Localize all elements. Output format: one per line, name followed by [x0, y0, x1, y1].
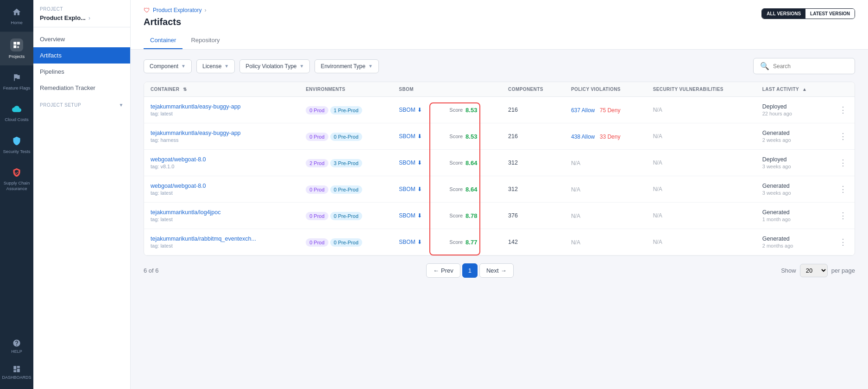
project-name: Product Explo...: [40, 14, 86, 21]
shield-breadcrumb-icon: 🛡: [144, 6, 150, 14]
section-chevron-icon: ▼: [119, 102, 124, 108]
container-cell: webgoat/webgoat-8.0 tag: latest: [144, 176, 299, 203]
sbom-cell: SBOM ⬇: [392, 203, 443, 229]
project-name-row[interactable]: Product Explo... ›: [40, 14, 124, 21]
nav-item-cloud-costs[interactable]: Cloud Costs: [0, 97, 33, 128]
sbom-link[interactable]: SBOM ⬇: [399, 239, 436, 245]
tab-container[interactable]: Container: [144, 32, 182, 49]
sbom-link[interactable]: SBOM ⬇: [399, 186, 436, 192]
download-icon: ⬇: [417, 133, 422, 140]
container-cell: tejakummarikuntla/easy-buggy-app tag: ha…: [144, 123, 299, 150]
container-name[interactable]: webgoat/webgoat-8.0: [151, 156, 293, 163]
components-cell: 142: [502, 229, 565, 255]
score-label: Score: [449, 134, 463, 139]
env-badge: 1 Pre-Prod: [330, 106, 362, 115]
score-cell: Score 8.77: [443, 229, 502, 255]
search-input[interactable]: [773, 63, 848, 70]
page-title: Artifacts: [144, 17, 855, 27]
more-options-button[interactable]: ⋮: [835, 209, 851, 222]
env-badge: 0 Pre-Prod: [330, 238, 362, 247]
last-activity-cell: Deployed 3 weeks ago: [756, 150, 831, 176]
env-badge: 0 Prod: [306, 133, 328, 141]
per-page-select[interactable]: 20 50 100: [800, 264, 828, 277]
activity-time: 3 weeks ago: [762, 190, 825, 196]
policy-violations-cell: N/A: [565, 176, 647, 203]
sbom-link[interactable]: SBOM ⬇: [399, 133, 436, 140]
more-options-button[interactable]: ⋮: [835, 236, 851, 249]
col-container[interactable]: CONTAINER ⇅: [144, 82, 299, 97]
next-button[interactable]: Next →: [479, 263, 514, 278]
score-value: 8.64: [465, 159, 477, 166]
sidebar: Project Product Explo... › Overview Arti…: [33, 0, 131, 389]
sbom-cell: SBOM ⬇: [392, 123, 443, 150]
content-area: Component ▼ License ▼ Policy Violation T…: [131, 50, 868, 389]
env-badge: 0 Pre-Prod: [330, 212, 362, 220]
sbom-link[interactable]: SBOM ⬇: [399, 159, 436, 166]
more-options-button[interactable]: ⋮: [835, 183, 851, 196]
sidebar-item-remediation[interactable]: Remediation Tracker: [33, 80, 130, 96]
nav-item-home[interactable]: Home: [0, 0, 33, 32]
license-filter[interactable]: License ▼: [196, 59, 235, 73]
activity-status: Generated: [762, 183, 825, 189]
table-row: tejakummarikuntla/easy-buggy-app tag: ha…: [144, 123, 855, 150]
prev-button[interactable]: ← Prev: [426, 263, 460, 278]
sidebar-item-pipelines[interactable]: Pipelines: [33, 64, 130, 80]
env-badge: 0 Prod: [306, 106, 328, 115]
container-name[interactable]: tejakummarikuntla/easy-buggy-app: [151, 103, 293, 110]
allow-count[interactable]: 438 Allow: [571, 134, 595, 140]
table-row: tejakummarikuntla/log4jpoc tag: latest 0…: [144, 203, 855, 229]
tab-repository[interactable]: Repository: [184, 32, 226, 49]
more-options-button[interactable]: ⋮: [835, 103, 851, 116]
last-activity-cell: Generated 2 months ago: [756, 229, 831, 255]
components-cell: 376: [502, 203, 565, 229]
left-nav: Home Projects Feature Flags Cloud Costs …: [0, 0, 33, 389]
deny-count[interactable]: 75 Deny: [600, 107, 621, 114]
security-vulns-cell: N/A: [647, 123, 756, 150]
more-options-button[interactable]: ⋮: [835, 156, 851, 169]
container-tag: tag: latest: [151, 111, 293, 116]
env-badge: 0 Prod: [306, 212, 328, 220]
sidebar-item-artifacts[interactable]: Artifacts: [33, 47, 130, 64]
sbom-cell: SBOM ⬇: [392, 229, 443, 255]
environment-filter[interactable]: Environment Type ▼: [314, 59, 378, 73]
score-label: Score: [449, 107, 463, 113]
score-cell: Score 8.53: [443, 97, 502, 123]
sidebar-item-overview[interactable]: Overview: [33, 31, 130, 47]
nav-label-projects: Projects: [9, 54, 25, 59]
activity-time: 3 weeks ago: [762, 164, 825, 169]
container-name[interactable]: webgoat/webgoat-8.0: [151, 183, 293, 189]
page-1-button[interactable]: 1: [462, 263, 478, 278]
policy-violation-filter[interactable]: Policy Violation Type ▼: [239, 59, 310, 73]
nav-item-supply-chain[interactable]: Supply Chain Assurance: [0, 160, 33, 198]
nav-item-security-tests[interactable]: Security Tests: [0, 129, 33, 160]
score-cell: Score 8.78: [443, 203, 502, 229]
score-label: Score: [449, 213, 463, 218]
breadcrumb-link[interactable]: Product Exploratory: [153, 7, 201, 13]
nav-item-projects[interactable]: Projects: [0, 32, 33, 65]
all-versions-btn[interactable]: ALL VERSIONS: [762, 9, 805, 19]
projects-icon: [10, 38, 23, 51]
next-arrow-icon: →: [501, 267, 507, 274]
search-box: 🔍: [753, 58, 855, 74]
row-actions-cell: ⋮: [831, 229, 855, 255]
deny-count[interactable]: 33 Deny: [600, 134, 621, 140]
environments-cell: 0 Prod0 Pre-Prod: [299, 229, 392, 255]
container-name[interactable]: tejakummarikuntla/log4jpoc: [151, 209, 293, 216]
component-filter[interactable]: Component ▼: [144, 59, 192, 73]
supply-chain-icon: [11, 167, 22, 178]
nav-item-help[interactable]: HELP: [0, 333, 33, 359]
last-activity-cell: Generated 2 weeks ago: [756, 123, 831, 150]
policy-chevron-icon: ▼: [300, 64, 304, 69]
nav-item-dashboards[interactable]: DASHBOARDS: [0, 359, 33, 385]
download-icon: ⬇: [417, 186, 422, 192]
component-chevron-icon: ▼: [181, 64, 186, 69]
more-options-button[interactable]: ⋮: [835, 130, 851, 143]
container-name[interactable]: tejakummarikuntla/easy-buggy-app: [151, 130, 293, 136]
col-last-activity[interactable]: LAST ACTIVITY ▲: [756, 82, 831, 97]
sbom-link[interactable]: SBOM ⬇: [399, 212, 436, 219]
allow-count[interactable]: 637 Allow: [571, 107, 595, 114]
latest-version-btn[interactable]: LATEST VERSION: [805, 9, 855, 19]
nav-item-feature-flags[interactable]: Feature Flags: [0, 65, 33, 97]
sbom-link[interactable]: SBOM ⬇: [399, 107, 436, 113]
container-name[interactable]: tejakummarikuntla/rabbitmq_eventexch...: [151, 236, 293, 242]
